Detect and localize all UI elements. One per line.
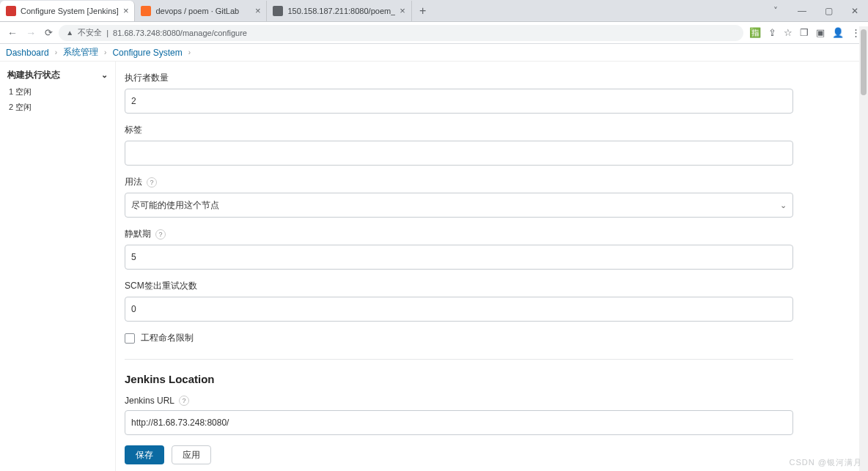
tab-title: Configure System [Jenkins]: [21, 7, 119, 15]
quiet-input[interactable]: [125, 245, 793, 270]
scm-retry-input[interactable]: [125, 297, 793, 322]
close-icon[interactable]: ×: [400, 5, 405, 16]
share-icon[interactable]: ⇪: [768, 27, 776, 38]
translate-icon[interactable]: 🈯: [749, 27, 761, 38]
chevron-right-icon: ›: [55, 48, 57, 56]
tab-jenkins[interactable]: Configure System [Jenkins] ×: [0, 1, 135, 21]
sidebar-header-label: 构建执行状态: [7, 69, 60, 81]
new-tab-button[interactable]: +: [412, 4, 433, 18]
account-icon[interactable]: 👤: [832, 27, 844, 38]
label-scm: SCM签出重试次数: [125, 280, 793, 292]
chevron-down-icon: ⌄: [780, 201, 787, 210]
sidebar-item-executor-2[interactable]: 2 空闲: [6, 100, 109, 115]
insecure-icon: ▲: [66, 29, 73, 37]
gitlab-icon: [141, 6, 151, 16]
main-content: 执行者数量 标签 用法 ? 尽可能的使用这个节点 ⌄ 静默期 ? SCM签出重试…: [116, 62, 868, 471]
sidebar-header-build-queue[interactable]: 构建执行状态 ⌄: [6, 66, 109, 84]
breadcrumb: Dashboard › 系统管理 › Configure System ›: [0, 44, 868, 62]
jenkins-icon: [6, 6, 16, 16]
tab-other[interactable]: 150.158.187.211:8080/poem_ ×: [267, 1, 411, 21]
address-bar: ← → ⟳ ▲ 不安全 | 81.68.73.248:8080/manage/c…: [0, 22, 868, 44]
chevron-right-icon: ›: [104, 48, 106, 56]
sidebar-item-executor-1[interactable]: 1 空闲: [6, 84, 109, 100]
tab-title: devops / poem · GitLab: [155, 7, 250, 15]
window-close-icon[interactable]: ✕: [842, 6, 868, 16]
breadcrumb-manage[interactable]: 系统管理: [63, 46, 98, 59]
usage-select[interactable]: 尽可能的使用这个节点 ⌄: [125, 193, 793, 218]
bottom-action-bar: 保存 应用: [125, 439, 859, 471]
page-icon: [273, 6, 283, 16]
chevron-down-icon: ⌄: [101, 70, 108, 80]
close-icon[interactable]: ×: [123, 5, 129, 16]
label-quiet: 静默期 ?: [125, 228, 793, 240]
label-executors: 执行者数量: [125, 72, 793, 84]
usage-value: 尽可能的使用这个节点: [131, 199, 219, 212]
breadcrumb-configure[interactable]: Configure System: [112, 48, 182, 58]
toolbar-right: 🈯 ⇪ ☆ ❐ ▣ 👤 ⋮: [749, 27, 864, 38]
divider: [125, 359, 793, 360]
executors-input[interactable]: [125, 89, 793, 114]
label-labels: 标签: [125, 124, 793, 136]
panel-icon[interactable]: ▣: [816, 27, 825, 38]
breadcrumb-dashboard[interactable]: Dashboard: [6, 48, 49, 58]
chevron-right-icon: ›: [188, 48, 191, 56]
window-minimize-icon[interactable]: —: [789, 6, 815, 16]
tab-title: 150.158.187.211:8080/poem_: [287, 7, 395, 15]
forward-icon[interactable]: →: [23, 27, 39, 39]
reload-icon[interactable]: ⟳: [45, 27, 53, 38]
restrict-naming-checkbox[interactable]: [125, 333, 135, 344]
sidebar: 构建执行状态 ⌄ 1 空闲 2 空闲: [0, 62, 116, 471]
help-icon[interactable]: ?: [179, 396, 189, 406]
help-icon[interactable]: ?: [147, 177, 157, 188]
help-icon[interactable]: ?: [155, 229, 166, 240]
watermark: CSDN @银河满月: [790, 457, 862, 468]
back-icon[interactable]: ←: [4, 27, 21, 39]
apply-button[interactable]: 应用: [172, 445, 211, 464]
labels-input[interactable]: [125, 141, 793, 166]
save-button[interactable]: 保存: [125, 445, 164, 464]
security-label: 不安全: [78, 27, 102, 38]
scrollbar-thumb[interactable]: [861, 29, 867, 95]
window-controls: ˅ — ▢ ✕: [762, 6, 868, 16]
window-maximize-icon[interactable]: ▢: [815, 6, 842, 16]
tab-gitlab[interactable]: devops / poem · GitLab ×: [135, 1, 267, 21]
jenkins-url-input[interactable]: [125, 410, 793, 435]
restrict-naming-label: 工程命名限制: [141, 332, 194, 344]
close-icon[interactable]: ×: [255, 5, 261, 16]
browser-tab-bar: Configure System [Jenkins] × devops / po…: [0, 0, 868, 22]
url-box[interactable]: ▲ 不安全 | 81.68.73.248:8080/manage/configu…: [59, 25, 743, 41]
label-jenkins-url: Jenkins URL ?: [125, 396, 793, 406]
label-usage: 用法 ?: [125, 176, 793, 188]
window-dropdown-icon[interactable]: ˅: [762, 6, 789, 16]
section-jenkins-location: Jenkins Location: [125, 373, 793, 385]
star-icon[interactable]: ☆: [784, 27, 792, 38]
url-text: 81.68.73.248:8080/manage/configure: [113, 29, 247, 37]
nav-arrows: ← →: [4, 27, 39, 39]
extensions-icon[interactable]: ❐: [800, 27, 809, 38]
